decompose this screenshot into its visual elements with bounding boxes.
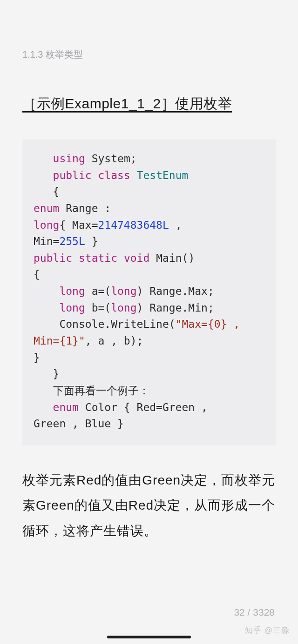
code-token: long [34,219,59,231]
code-token: , a , b); [85,335,143,347]
code-token: 255L [59,235,85,247]
code-token: Color { Red=Green , [79,401,214,413]
code-token: 2147483648L [98,219,169,231]
code-token: Min={1}" [34,335,85,347]
page-sep: / [245,607,253,617]
code-token: class [98,169,130,181]
code-token: using [53,153,85,165]
page-indicator: 32 / 3328 [234,607,275,618]
code-token: enum [34,202,59,214]
section-label: 1.1.3 枚举类型 [22,48,276,61]
code-token: } [34,368,59,380]
code-token: Green , Blue } [34,418,124,430]
code-token: Min= [34,235,59,247]
code-token: { [34,268,40,280]
code-token: void [124,252,149,264]
page-current: 32 [234,607,244,617]
code-token: public [53,169,92,181]
code-token: } [34,352,40,364]
code-block: using System; public class TestEnum { en… [22,139,276,445]
code-token: enum [53,401,79,413]
code-token: public [34,252,72,264]
body-paragraph: 枚举元素Red的值由Green决定，而枚举元素Green的值又由Red决定，从而… [22,468,276,544]
code-token: b=( [85,302,111,314]
code-token: } [85,235,98,247]
code-token: Console.WriteLine( [34,318,176,330]
code-token: Main() [149,252,195,264]
code-token: 下面再看一个例子： [34,385,149,397]
code-token: TestEnum [137,169,189,181]
code-token: long [59,285,85,297]
code-token: System; [85,153,137,165]
code-token: long [111,285,136,297]
example-heading: ［示例Example1_1_2］使用枚举 [22,94,276,113]
code-token: , [169,219,189,231]
code-token: { Max= [59,219,98,231]
code-token: a=( [85,285,111,297]
code-token: long [111,302,136,314]
code-token: long [59,302,85,314]
code-token: ) Range.Max; [137,285,214,297]
code-token: static [79,252,117,264]
code-token: ) Range.Min; [137,302,214,314]
code-token: Range : [59,202,117,214]
page-total: 3328 [253,607,275,617]
watermark: 知乎 @三淼 [245,625,290,636]
code-token: "Max={0} , [176,318,246,330]
home-indicator[interactable] [107,636,191,638]
code-token: { [34,186,59,198]
